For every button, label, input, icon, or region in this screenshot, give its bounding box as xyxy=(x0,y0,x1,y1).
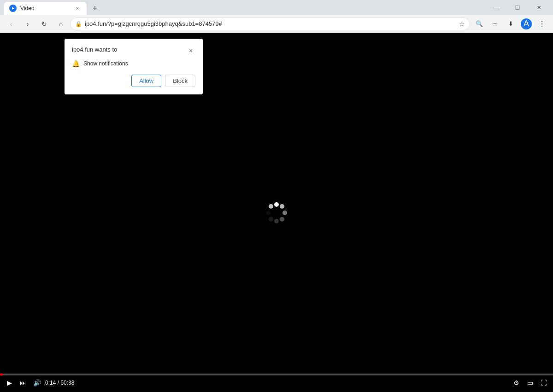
volume-button[interactable]: 🔊 xyxy=(31,377,42,388)
address-bar[interactable]: 🔒 ipo4.fun/?p=gizgcnrqgu5gi3bphayq&sub1=… xyxy=(70,18,470,30)
tab-close-button[interactable]: × xyxy=(74,5,81,12)
allow-button[interactable]: Allow xyxy=(131,75,161,87)
loading-spinner xyxy=(263,199,290,227)
svg-point-7 xyxy=(269,204,273,209)
zoom-button[interactable]: 🔍 xyxy=(472,17,487,31)
browser-toolbar: ‹ › ↻ ⌂ 🔒 ipo4.fun/?p=gizgcnrqgu5gi3bpha… xyxy=(0,15,553,33)
menu-icon: ⋮ xyxy=(538,19,546,28)
time-display: 0:14 / 50:38 xyxy=(45,380,74,386)
svg-point-0 xyxy=(274,202,279,207)
bookmark-icon[interactable]: ☆ xyxy=(459,20,465,28)
save-button[interactable]: ⬇ xyxy=(503,17,518,31)
popup-close-button[interactable]: × xyxy=(186,46,195,55)
progress-bar-container[interactable] xyxy=(0,374,553,375)
progress-bar-fill xyxy=(0,374,3,375)
cast-button[interactable]: ▭ xyxy=(488,17,502,31)
home-button[interactable]: ⌂ xyxy=(53,17,68,31)
active-tab[interactable]: Video × xyxy=(4,2,87,15)
popup-permission: 🔔 Show notifications xyxy=(72,60,195,67)
reload-button[interactable]: ↻ xyxy=(37,17,52,31)
back-button[interactable]: ‹ xyxy=(4,17,18,31)
popup-header: ipo4.fun wants to × xyxy=(72,46,195,55)
notification-popup: ipo4.fun wants to × 🔔 Show notifications… xyxy=(65,39,203,94)
permission-text: Show notifications xyxy=(83,60,128,67)
minimize-button[interactable]: — xyxy=(486,0,507,15)
svg-point-1 xyxy=(280,204,284,209)
new-tab-button[interactable]: + xyxy=(88,2,101,15)
forward-button[interactable]: › xyxy=(20,17,35,31)
toolbar-actions: 🔍 ▭ ⬇ A ⋮ xyxy=(472,17,549,31)
video-controls: ▶ ⏭ 🔊 0:14 / 50:38 ⚙ ▭ ⛶ xyxy=(0,374,553,392)
tabs-area: Video × + xyxy=(4,0,486,15)
block-button[interactable]: Block xyxy=(165,75,195,87)
spinner-svg xyxy=(263,199,290,227)
page-content: ipo4.fun wants to × 🔔 Show notifications… xyxy=(0,33,553,392)
time-total: 50:38 xyxy=(60,380,74,386)
menu-button[interactable]: ⋮ xyxy=(535,17,549,31)
back-icon: ‹ xyxy=(10,20,12,28)
home-icon: ⌂ xyxy=(59,20,63,28)
reload-icon: ↻ xyxy=(41,20,47,28)
account-button[interactable]: A xyxy=(519,17,534,31)
tab-title: Video xyxy=(20,5,70,12)
theater-button[interactable]: ▭ xyxy=(524,377,535,388)
svg-point-6 xyxy=(266,211,271,215)
svg-point-3 xyxy=(280,217,284,222)
save-icon: ⬇ xyxy=(508,20,513,27)
fullscreen-button[interactable]: ⛶ xyxy=(538,377,549,388)
settings-button[interactable]: ⚙ xyxy=(511,377,522,388)
forward-icon: › xyxy=(27,20,29,28)
play-button[interactable]: ▶ xyxy=(4,377,15,388)
window-controls: — ❑ ✕ xyxy=(486,0,549,15)
titlebar: Video × + — ❑ ✕ xyxy=(0,0,553,15)
close-button[interactable]: ✕ xyxy=(528,0,549,15)
zoom-icon: 🔍 xyxy=(476,20,483,27)
maximize-button[interactable]: ❑ xyxy=(507,0,528,15)
url-text: ipo4.fun/?p=gizgcnrqgu5gi3bphayq&sub1=87… xyxy=(85,20,456,27)
tab-favicon xyxy=(9,5,17,12)
account-icon: A xyxy=(521,18,532,29)
time-current: 0:14 xyxy=(45,380,56,386)
skip-button[interactable]: ⏭ xyxy=(18,377,29,388)
lock-icon: 🔒 xyxy=(75,21,82,27)
popup-buttons: Allow Block xyxy=(72,75,195,87)
bell-icon: 🔔 xyxy=(72,60,80,67)
popup-title: ipo4.fun wants to xyxy=(72,46,117,53)
svg-point-5 xyxy=(269,217,273,222)
svg-point-4 xyxy=(274,219,279,223)
cast-icon: ▭ xyxy=(492,20,498,27)
